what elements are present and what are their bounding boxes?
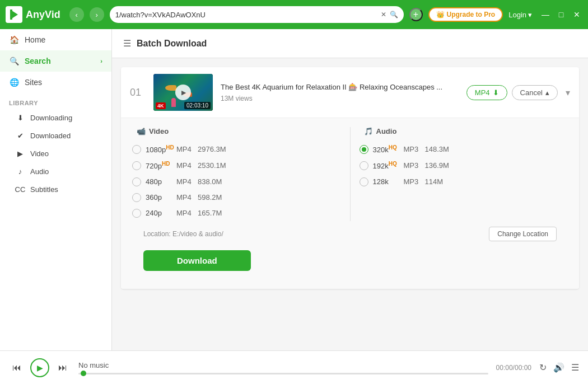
volume-button[interactable]: 🔊 [553,362,564,373]
downloaded-icon: ✔ [16,131,25,140]
close-button[interactable]: ✕ [571,10,582,19]
format-row-1080p: 1080pHD MP4 2976.3M [132,141,341,157]
download-button[interactable]: Download [143,250,251,271]
mp4-button[interactable]: MP4 ⬇ [466,85,507,100]
res-1080p: 1080pHD [146,144,176,154]
video-section-icon: 📹 [137,127,146,135]
batch-header: ☰ Batch Download [112,29,588,58]
download-small-icon: ⬇ [493,88,499,97]
res-480p: 480p [146,177,176,186]
app-name: AnyVid [26,9,60,21]
login-button[interactable]: Login ▾ [508,11,532,19]
next-button[interactable]: ⏭ [55,360,71,376]
radio-192k[interactable] [360,161,368,170]
expand-icon[interactable]: ▾ [566,87,570,98]
video-header: 01 ▶ 4K 02:03:10 [121,67,579,118]
sidebar-item-subtitles[interactable]: CC Subtitles [0,180,111,198]
batch-title: Batch Download [137,39,207,49]
sidebar: 🏠 Home 🔍 Search › 🌐 Sites Library ⬇ Down… [0,29,112,350]
radio-1080p[interactable] [132,145,141,154]
sidebar-item-downloading[interactable]: ⬇ Downloading [0,109,111,127]
ext-360p: MP4 [176,193,198,202]
radio-320k[interactable] [360,145,368,154]
play-icon: ▶ [175,85,191,100]
cancel-button[interactable]: Cancel ▴ [512,85,558,100]
video-actions: MP4 ⬇ Cancel ▴ [466,85,558,100]
sidebar-item-sites[interactable]: 🌐 Sites [0,72,111,93]
player-right-controls: ↻ 🔊 ☰ [539,362,579,373]
url-close-icon[interactable]: ✕ [381,11,386,18]
ext-192k: MP3 [404,161,425,170]
app-logo: AnyVid [6,6,60,23]
video-thumbnail: ▶ 4K 02:03:10 [153,74,213,111]
res-320k: 320kHQ [373,144,404,154]
sidebar-item-downloaded[interactable]: ✔ Downloaded [0,127,111,144]
back-button[interactable]: ‹ [69,7,84,22]
video-section-header: 📹 Video [132,127,341,135]
res-128k: 128k [373,177,404,186]
maximize-button[interactable]: □ [556,10,567,19]
player-controls: ⏮ ▶ ⏭ [9,358,71,377]
video-section-label: Video [149,127,169,135]
size-128k: 114M [425,177,461,186]
url-bar: 1/watch?v=XVkADAwOXnU ✕ 🔍 [110,6,404,23]
radio-240p[interactable] [132,209,141,218]
size-360p: 598.2M [198,193,234,202]
audio-section-header: 🎵 Audio [360,127,568,135]
url-search-icon[interactable]: 🔍 [390,11,398,18]
titlebar: AnyVid ‹ › 1/watch?v=XVkADAwOXnU ✕ 🔍 + 👑… [0,0,588,29]
format-divider [350,127,351,221]
size-240p: 165.7M [198,209,234,217]
res-192k: 192kHQ [373,161,404,170]
svg-rect-1 [10,10,12,20]
radio-128k[interactable] [360,177,368,186]
player-progress-dot [81,371,86,376]
format-row-320k: 320kHQ MP3 148.3M [360,141,568,157]
video-format-section: 📹 Video 1080pHD MP4 2976.3M [132,127,341,221]
audio-icon: ♪ [16,167,25,176]
ext-480p: MP4 [176,177,198,186]
forward-button[interactable]: › [90,7,104,22]
chevron-down-icon: ▾ [528,11,532,19]
repeat-button[interactable]: ↻ [539,362,547,373]
format-row-128k: 128k MP3 114M [360,174,568,190]
sidebar-item-search[interactable]: 🔍 Search › [0,50,111,72]
player-progress[interactable] [78,373,488,374]
change-location-button[interactable]: Change Location [489,227,557,241]
window-controls: — □ ✕ [540,10,582,19]
play-button[interactable]: ▶ [30,358,49,377]
subtitles-icon: CC [16,185,25,194]
audio-format-section: 🎵 Audio 320kHQ MP3 148.3M [360,127,568,221]
format-row-240p: 240p MP4 165.7M [132,205,341,221]
chevron-right-icon: › [100,58,102,64]
playlist-button[interactable]: ☰ [571,362,579,373]
prev-button[interactable]: ⏮ [9,360,25,376]
video-area: 01 ▶ 4K 02:03:10 [112,58,588,350]
format-sections: 📹 Video 1080pHD MP4 2976.3M [132,127,568,221]
minimize-button[interactable]: — [540,10,551,19]
search-icon: 🔍 [9,56,19,66]
add-tab-button[interactable]: + [409,8,423,21]
player-info: No music [78,361,488,374]
mp4-label: MP4 [475,88,490,97]
radio-480p[interactable] [132,177,141,186]
downloading-icon: ⬇ [16,113,25,122]
video-views: 13M views [221,95,459,102]
sidebar-item-audio[interactable]: ♪ Audio [0,162,111,180]
library-section-label: Library [0,93,111,109]
sidebar-subtitles-label: Subtitles [30,185,58,194]
ext-240p: MP4 [176,209,198,217]
video-icon: ▶ [16,149,25,158]
sidebar-item-video[interactable]: ▶ Video [0,144,111,162]
login-label: Login [508,11,526,19]
radio-720p[interactable] [132,161,141,170]
ext-128k: MP3 [404,177,425,186]
sidebar-item-home[interactable]: 🏠 Home [0,29,111,50]
upgrade-button[interactable]: 👑 Upgrade to Pro [428,7,503,22]
download-bar: Download [132,245,568,280]
radio-360p[interactable] [132,193,141,202]
format-table: 📹 Video 1080pHD MP4 2976.3M [121,118,579,289]
size-1080p: 2976.3M [198,145,234,153]
sidebar-audio-label: Audio [30,167,49,176]
player-bar: ⏮ ▶ ⏭ No music 00:00/00:00 ↻ 🔊 ☰ [0,350,588,384]
